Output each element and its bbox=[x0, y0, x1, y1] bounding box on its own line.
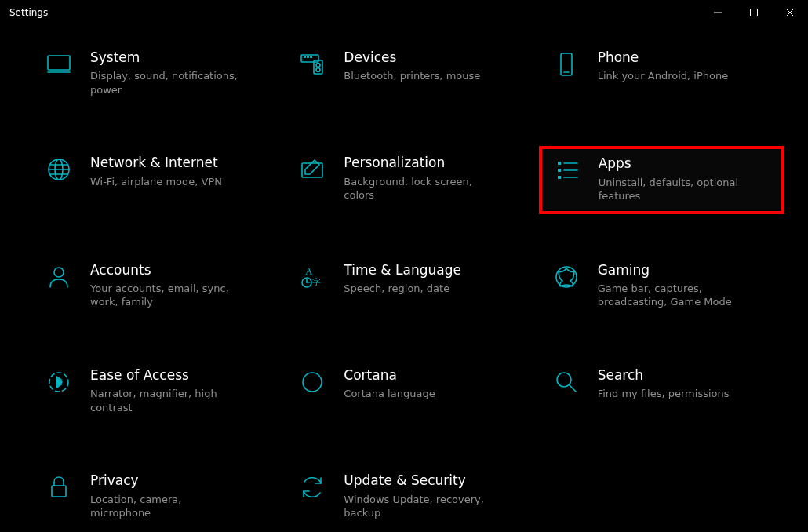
category-desc: Windows Update, recovery, backup bbox=[344, 493, 494, 520]
category-time[interactable]: A字Time & LanguageSpeech, region, date bbox=[285, 253, 530, 319]
svg-line-38 bbox=[570, 385, 576, 392]
category-title: Apps bbox=[599, 155, 749, 172]
settings-content: SystemDisplay, sound, notifications, pow… bbox=[0, 25, 808, 532]
category-devices[interactable]: DevicesBluetooth, printers, mouse bbox=[285, 41, 530, 107]
category-title: Ease of Access bbox=[90, 367, 241, 384]
category-desc: Find my files, permissions bbox=[598, 387, 730, 401]
gaming-icon bbox=[549, 262, 584, 290]
svg-point-27 bbox=[54, 268, 64, 277]
category-title: Cortana bbox=[344, 367, 435, 384]
titlebar: Settings bbox=[0, 0, 808, 25]
svg-point-11 bbox=[316, 64, 320, 67]
category-update[interactable]: Update & SecurityWindows Update, recover… bbox=[285, 464, 530, 530]
category-cortana[interactable]: CortanaCortana language bbox=[285, 359, 530, 425]
phone-icon bbox=[549, 49, 584, 78]
svg-point-37 bbox=[557, 373, 571, 387]
category-title: Devices bbox=[344, 49, 480, 66]
svg-rect-4 bbox=[48, 56, 70, 70]
devices-icon bbox=[295, 49, 329, 78]
category-network[interactable]: Network & InternetWi-Fi, airplane mode, … bbox=[31, 146, 277, 213]
category-title: Gaming bbox=[598, 262, 748, 279]
svg-point-12 bbox=[316, 68, 320, 72]
category-phone[interactable]: PhoneLink your Android, iPhone bbox=[539, 41, 784, 107]
category-desc: Bluetooth, printers, mouse bbox=[344, 69, 480, 83]
maximize-button[interactable] bbox=[736, 0, 772, 25]
category-desc: Wi-Fi, airplane mode, VPN bbox=[90, 175, 222, 189]
category-desc: Your accounts, email, sync, work, family bbox=[90, 282, 241, 309]
category-privacy[interactable]: PrivacyLocation, camera, microphone bbox=[31, 464, 277, 530]
system-icon bbox=[42, 49, 76, 78]
category-title: Search bbox=[598, 367, 730, 384]
svg-rect-39 bbox=[52, 486, 66, 497]
svg-text:字: 字 bbox=[312, 277, 321, 286]
category-title: Accounts bbox=[90, 262, 241, 279]
svg-text:A: A bbox=[305, 265, 313, 277]
category-system[interactable]: SystemDisplay, sound, notifications, pow… bbox=[31, 41, 277, 107]
category-desc: Location, camera, microphone bbox=[90, 493, 241, 520]
category-desc: Background, lock screen, colors bbox=[344, 175, 494, 202]
category-title: Update & Security bbox=[344, 472, 494, 489]
network-icon bbox=[42, 155, 76, 183]
category-personalization[interactable]: PersonalizationBackground, lock screen, … bbox=[285, 146, 530, 213]
category-desc: Display, sound, notifications, power bbox=[90, 69, 241, 97]
category-desc: Narrator, magnifier, high contrast bbox=[90, 387, 241, 414]
search-icon bbox=[549, 367, 584, 395]
apps-icon bbox=[550, 155, 584, 184]
categories-grid: SystemDisplay, sound, notifications, pow… bbox=[31, 41, 784, 530]
category-title: Network & Internet bbox=[90, 155, 222, 171]
category-desc: Uninstall, defaults, optional features bbox=[599, 176, 749, 203]
category-title: System bbox=[90, 49, 241, 66]
category-accounts[interactable]: AccountsYour accounts, email, sync, work… bbox=[31, 253, 277, 319]
time-icon: A字 bbox=[295, 262, 329, 290]
window-title: Settings bbox=[9, 7, 48, 18]
category-ease[interactable]: Ease of AccessNarrator, magnifier, high … bbox=[31, 359, 277, 425]
accounts-icon bbox=[42, 262, 76, 290]
cortana-icon bbox=[295, 367, 329, 395]
privacy-icon bbox=[42, 472, 76, 501]
category-gaming[interactable]: GamingGame bar, captures, broadcasting, … bbox=[539, 253, 784, 319]
category-title: Phone bbox=[598, 49, 729, 66]
svg-rect-23 bbox=[558, 176, 561, 179]
svg-rect-9 bbox=[310, 56, 312, 58]
category-desc: Game bar, captures, broadcasting, Game M… bbox=[598, 282, 748, 309]
svg-rect-7 bbox=[304, 56, 306, 58]
category-desc: Link your Android, iPhone bbox=[598, 69, 729, 83]
category-title: Privacy bbox=[90, 472, 241, 489]
svg-point-36 bbox=[303, 373, 322, 392]
update-icon bbox=[295, 472, 329, 501]
svg-rect-22 bbox=[558, 169, 561, 172]
svg-rect-8 bbox=[307, 56, 309, 58]
category-search[interactable]: SearchFind my files, permissions bbox=[539, 359, 784, 425]
ease-icon bbox=[42, 367, 76, 395]
category-desc: Cortana language bbox=[344, 387, 435, 401]
svg-rect-1 bbox=[751, 9, 758, 16]
category-desc: Speech, region, date bbox=[344, 282, 461, 296]
category-apps[interactable]: AppsUninstall, defaults, optional featur… bbox=[539, 146, 784, 213]
close-button[interactable] bbox=[772, 0, 808, 25]
category-title: Time & Language bbox=[344, 262, 461, 279]
svg-rect-21 bbox=[558, 162, 561, 165]
category-title: Personalization bbox=[344, 155, 494, 171]
personalization-icon bbox=[295, 155, 329, 183]
minimize-button[interactable] bbox=[700, 0, 736, 25]
